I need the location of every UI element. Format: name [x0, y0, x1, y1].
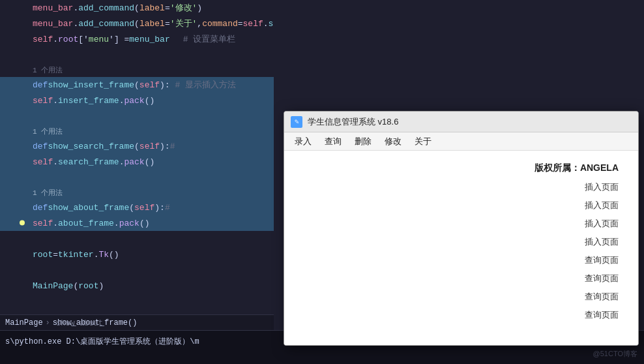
code-line-about-pack: self.about_frame.pack() [0, 215, 274, 231]
popup-window: ✎ 学生信息管理系统 v18.6 录入 查询 删除 修改 关于 版权所属：ANG… [284, 111, 639, 346]
popup-title: 学生信息管理系统 v18.6 [308, 116, 632, 128]
code-line-root: root = tkinter.Tk() [0, 247, 274, 262]
popup-content: 版权所属：ANGELA 插入页面 插入页面 插入页面 插入页面 查询页面 查询页… [284, 151, 638, 345]
copyright-text: 版权所属：ANGELA [534, 162, 619, 174]
list-item-5: 查询页面 [585, 252, 619, 268]
section-label-1: 1 个用法 [0, 63, 274, 77]
code-line-blank5 [0, 262, 274, 278]
code-line-blank1 [0, 47, 274, 63]
code-line-def-search: def show_search_frame(self): # [0, 138, 274, 154]
popup-header: 版权所属：ANGELA [291, 157, 632, 179]
code-line-blank4 [0, 231, 274, 247]
code-line-blank2 [0, 108, 274, 124]
menu-item-ruru[interactable]: 录入 [289, 134, 317, 149]
app-icon-char: ✎ [295, 117, 299, 126]
breadcrumb-class: MainPage [5, 318, 43, 327]
menu-item-guanyu[interactable]: 关于 [409, 134, 437, 149]
popup-titlebar: ✎ 学生信息管理系统 v18.6 [284, 112, 638, 132]
list-item-8: 查询页面 [585, 307, 619, 323]
list-item-7: 查询页面 [585, 289, 619, 305]
code-line-insert-pack: self.insert_frame.pack() [0, 93, 274, 108]
code-text: menu_bar [33, 3, 73, 13]
breadcrumb: MainPage › show_about_frame() [0, 314, 274, 330]
code-line-def-insert: def show_insert_frame(self): # 显示插入方法 [0, 77, 274, 93]
popup-menubar: 录入 查询 删除 修改 关于 [284, 132, 638, 151]
code-line-search-pack: self.search_frame.pack() [0, 154, 274, 170]
watermark: @51CTO博客 [593, 349, 637, 359]
code-line-blank3 [0, 170, 274, 185]
section-label-3: 1 个用法 [0, 185, 274, 200]
list-item-4: 插入页面 [585, 234, 619, 250]
code-line-1: menu_bar.add_command(label='修改') [0, 0, 274, 16]
code-line-3: self.root['menu'] = menu_bar# 设置菜单栏 [0, 31, 274, 47]
list-item-6: 查询页面 [585, 271, 619, 286]
popup-list: 插入页面 插入页面 插入页面 插入页面 查询页面 查询页面 查询页面 查询页面 [291, 179, 632, 339]
code-editor: menu_bar.add_command(label='修改') menu_ba… [0, 0, 274, 364]
list-item-1: 插入页面 [585, 179, 619, 195]
list-item-3: 插入页面 [585, 216, 619, 232]
warning-icon [20, 220, 25, 226]
menu-item-chaxun[interactable]: 查询 [319, 134, 347, 149]
code-line-def-about: def show_about_frame(self): # [0, 200, 274, 215]
app-icon: ✎ [291, 116, 302, 128]
breadcrumb-separator: › [46, 318, 50, 327]
show-about-label: show about [56, 319, 103, 328]
menu-item-xiugai[interactable]: 修改 [379, 134, 407, 149]
terminal-text: s\python.exe D:\桌面版学生管理系统（进阶版）\m [5, 336, 199, 347]
list-item-2: 插入页面 [585, 198, 619, 213]
section-label-2: 1 个用法 [0, 124, 274, 138]
code-line-mainpage: MainPage(root) [0, 278, 274, 294]
menu-item-shanchu[interactable]: 删除 [349, 134, 377, 149]
code-line-2: menu_bar.add_command(label='关于', command… [0, 16, 274, 31]
